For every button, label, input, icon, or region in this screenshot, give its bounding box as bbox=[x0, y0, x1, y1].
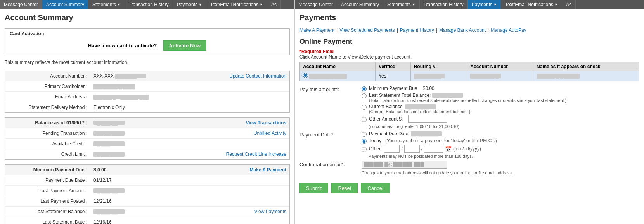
last-stmt-option-label: Last Statement Total Balance: $ █,███ ██ bbox=[369, 93, 566, 98]
today-date-radio[interactable] bbox=[362, 139, 367, 144]
right-nav-message-center[interactable]: Message Center bbox=[295, 0, 337, 9]
make-a-payment-link[interactable]: Make A Payment bbox=[299, 28, 334, 33]
nav-sep-3: | bbox=[436, 28, 437, 33]
balance-section: Balance as of 01/06/17 : $ █,███ ██ View… bbox=[5, 117, 290, 160]
bank-account-row[interactable]: ████████ ████ Yes █████████ ████████ █ █… bbox=[300, 71, 639, 81]
left-nav-statements[interactable]: Statements ▼ bbox=[88, 0, 125, 9]
bank-account-radio[interactable] bbox=[303, 73, 308, 78]
date-format-note: (mm/dd/yyyy) bbox=[453, 146, 481, 152]
left-nav-more[interactable]: Ac bbox=[267, 0, 281, 9]
payment-history-link[interactable]: Payment History bbox=[400, 28, 434, 33]
date-option-other: Other: / / 📅 (mm/dd/yyyy) bbox=[362, 145, 639, 153]
available-credit-label: Available Credit : bbox=[5, 140, 90, 148]
min-payment-value: $ 0.00 bbox=[90, 166, 247, 174]
request-credit-link[interactable]: Request Credit Line Increase bbox=[223, 150, 289, 158]
unbilled-activity-link[interactable]: Unbilled Activity bbox=[251, 129, 289, 137]
min-payment-radio[interactable] bbox=[362, 86, 367, 91]
payments-arrow-icon: ▼ bbox=[199, 3, 202, 7]
primary-cardholder-label: Primary Cardholder : bbox=[5, 83, 90, 90]
left-nav-account-summary[interactable]: Account Summary bbox=[42, 0, 88, 9]
confirmation-email-input[interactable] bbox=[362, 161, 447, 169]
right-nav-statements[interactable]: Statements ▼ bbox=[383, 0, 420, 9]
left-nav-text-email[interactable]: Text/Email Notifications ▼ bbox=[206, 0, 267, 9]
current-balance-sublabel: (Current Balance does not reflect statem… bbox=[369, 109, 470, 114]
option-current-balance: Current Balance: $ █,███ ██ (Current Bal… bbox=[362, 104, 639, 114]
manage-autopay-link[interactable]: Manage AutoPay bbox=[491, 28, 526, 33]
view-scheduled-link[interactable]: View Scheduled Payments bbox=[339, 28, 395, 33]
bank-account-number-blur: ████████ █ bbox=[470, 74, 501, 78]
option-last-statement: Last Statement Total Balance: $ █,███ ██… bbox=[362, 93, 639, 103]
card-activation-body: Have a new card to activate? Activate No… bbox=[10, 39, 285, 52]
delivery-method-value: Electronic Only bbox=[90, 103, 289, 111]
other-date-radio[interactable] bbox=[362, 147, 367, 152]
make-payment-link[interactable]: Make A Payment bbox=[247, 166, 289, 174]
bank-check-name: ██████ █ █ █████ bbox=[533, 71, 639, 81]
right-nav-more[interactable]: Ac bbox=[562, 0, 576, 9]
manage-bank-account-link[interactable]: Manage Bank Account bbox=[439, 28, 486, 33]
other-amount-input[interactable] bbox=[408, 115, 447, 123]
left-nav-transaction-history[interactable]: Transaction History bbox=[125, 0, 173, 9]
last-payment-posted-row: Last Payment Posted : 12/21/16 bbox=[5, 196, 289, 207]
confirmation-email-label: Confirmation email*: bbox=[299, 161, 362, 167]
bank-col-verified: Verified bbox=[376, 62, 411, 71]
account-number-label: Account Number : bbox=[5, 72, 90, 80]
payment-date-row: Payment Date*: Payment Due Date: ███████… bbox=[299, 131, 639, 159]
reset-button[interactable]: Reset bbox=[331, 183, 358, 193]
right-nav-bar: Message Center Account Summary Statement… bbox=[295, 0, 644, 9]
right-nav-payments[interactable]: Payments ▼ bbox=[468, 0, 501, 9]
bank-account-name[interactable]: ████████ ████ bbox=[300, 71, 376, 81]
email-address-label: Email Address : bbox=[5, 93, 90, 101]
balance-row: Balance as of 01/06/17 : $ █,███ ██ View… bbox=[5, 118, 289, 128]
last-stmt-balance-value: $ █,███ ██ bbox=[90, 208, 251, 215]
card-activation-prompt: Have a new card to activate? bbox=[88, 43, 157, 48]
date-month-input[interactable] bbox=[384, 145, 400, 153]
last-stmt-sublabel: (Total Balance from most recent statemen… bbox=[369, 98, 566, 103]
balance-blur: $ █,███ ██ bbox=[93, 121, 125, 125]
last-stmt-radio[interactable] bbox=[362, 93, 367, 98]
other-amount-radio[interactable] bbox=[362, 117, 367, 122]
left-page-title: Account Summary bbox=[0, 9, 294, 25]
update-contact-link[interactable]: Update Contact Information bbox=[226, 72, 289, 80]
cancel-button[interactable]: Cancel bbox=[361, 183, 390, 193]
last-payment-amount-label: Last Payment Amount : bbox=[5, 187, 90, 195]
last-stmt-balance-row: Last Statement Balance : $ █,███ ██ View… bbox=[5, 207, 289, 217]
email-address-row: Email Address : ██████ █@██████ ███ bbox=[5, 92, 289, 102]
min-payment-row: Minimum Payment Due : $ 0.00 Make A Paym… bbox=[5, 165, 289, 175]
summary-note: This summary reflects the most current a… bbox=[0, 58, 294, 68]
last-payment-amount-row: Last Payment Amount : $ █,███ ██ bbox=[5, 186, 289, 196]
left-nav-message-center[interactable]: Message Center bbox=[0, 0, 42, 9]
right-nav-account-summary[interactable]: Account Summary bbox=[337, 0, 383, 9]
date-sep-2: / bbox=[421, 146, 422, 152]
current-balance-radio[interactable] bbox=[362, 105, 367, 110]
right-nav-transaction-history[interactable]: Transaction History bbox=[420, 0, 468, 9]
option-minimum: Minimum Payment Due $0.00 bbox=[362, 86, 639, 91]
date-day-input[interactable] bbox=[404, 145, 420, 153]
min-payment-option-label: Minimum Payment Due bbox=[369, 86, 417, 91]
right-panel: Message Center Account Summary Statement… bbox=[295, 0, 644, 224]
bank-col-routing: Routing # bbox=[410, 62, 467, 71]
credit-limit-blur: $ █,███ bbox=[93, 152, 125, 157]
confirmation-email-options: Changes to your email address will not u… bbox=[362, 161, 639, 175]
current-balance-label-group: Current Balance: $ █,███ ██ (Current Bal… bbox=[369, 104, 470, 114]
calendar-icon[interactable]: 📅 bbox=[445, 146, 452, 152]
view-transactions-link[interactable]: View Transactions bbox=[243, 119, 290, 127]
card-activation-title: Card Activation bbox=[10, 31, 285, 36]
payment-due-date-radio[interactable] bbox=[362, 132, 367, 137]
primary-cardholder-row: Primary Cardholder : ████████ █ ████ bbox=[5, 81, 289, 92]
bank-account-number: ████████ █ bbox=[467, 71, 533, 81]
right-nav-text-email[interactable]: Text/Email Notifications ▼ bbox=[501, 0, 562, 9]
last-stmt-balance-blur: $ █,███ ██ bbox=[93, 209, 125, 214]
view-payments-link[interactable]: View Payments bbox=[251, 208, 289, 215]
credit-limit-label: Credit Limit : bbox=[5, 150, 90, 158]
activate-now-button[interactable]: Activate Now bbox=[163, 40, 207, 51]
last-stmt-balance-label: Last Statement Balance : bbox=[5, 208, 90, 215]
available-credit-value: $ █,███ bbox=[90, 140, 289, 148]
left-nav-payments[interactable]: Payments ▼ bbox=[173, 0, 206, 9]
date-year-input[interactable] bbox=[424, 145, 443, 153]
online-payment-title: Online Payment bbox=[295, 35, 644, 48]
last-stmt-date-label: Last Statement Date : bbox=[5, 218, 90, 224]
last-stmt-date-value: 12/16/16 bbox=[90, 218, 289, 224]
pending-blur: $ ██ ██ bbox=[93, 131, 125, 136]
submit-button[interactable]: Submit bbox=[299, 183, 328, 193]
account-number-blur: ███████ bbox=[115, 74, 146, 78]
